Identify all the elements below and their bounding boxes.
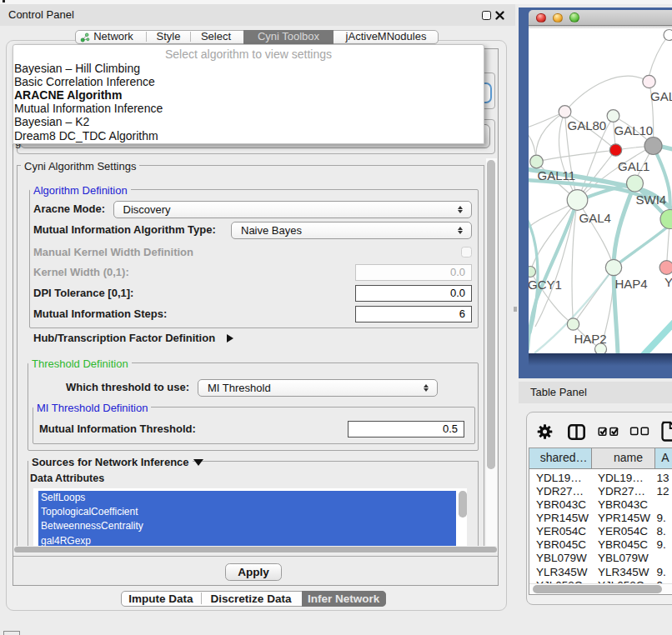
svg-text:HAP2: HAP2 <box>574 332 606 346</box>
svg-text:GAL80: GAL80 <box>567 118 606 132</box>
svg-text:GCY1: GCY1 <box>529 278 562 292</box>
svg-text:GAL4: GAL4 <box>579 211 610 225</box>
svg-text:GAL1: GAL1 <box>618 159 649 173</box>
svg-text:HAP4: HAP4 <box>614 277 647 291</box>
svg-text:Y: Y <box>664 275 672 289</box>
svg-text:GAL10: GAL10 <box>614 123 653 138</box>
svg-text:GAL2: GAL2 <box>650 89 672 103</box>
svg-text:SWI4: SWI4 <box>635 192 666 207</box>
svg-text:GAL11: GAL11 <box>537 168 575 182</box>
